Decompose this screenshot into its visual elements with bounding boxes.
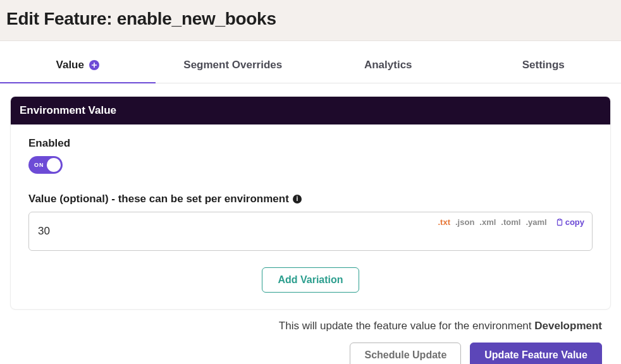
environment-value-card: Environment Value Enabled ON Value (opti… — [10, 96, 611, 310]
copy-label: copy — [565, 217, 584, 227]
enabled-label: Enabled — [28, 137, 593, 150]
tab-value[interactable]: Value — [0, 47, 156, 83]
footer-text-prefix: This will update the feature value for t… — [279, 320, 534, 332]
update-feature-value-button[interactable]: Update Feature Value — [470, 343, 602, 364]
tab-analytics[interactable]: Analytics — [310, 47, 466, 83]
format-toml[interactable]: .toml — [501, 217, 520, 227]
tab-segment-overrides-label: Segment Overrides — [183, 59, 282, 71]
clipboard-icon — [556, 219, 563, 226]
action-row: Schedule Update Update Feature Value — [19, 343, 602, 364]
tab-analytics-label: Analytics — [364, 59, 412, 71]
format-row: .txt .json .xml .toml .yaml copy — [438, 217, 584, 227]
tabs-bar: Value Segment Overrides Analytics Settin… — [0, 47, 621, 83]
card-body: Enabled ON Value (optional) - these can … — [11, 124, 610, 309]
tab-value-badge-icon — [89, 60, 99, 70]
value-input[interactable] — [38, 225, 365, 238]
toggle-knob — [47, 158, 61, 172]
value-label: Value (optional) - these can be set per … — [28, 193, 289, 205]
value-label-row: Value (optional) - these can be set per … — [28, 193, 593, 205]
page-title: Edit Feature: enable_new_books — [6, 9, 615, 29]
info-icon[interactable]: i — [293, 195, 302, 203]
format-yaml[interactable]: .yaml — [526, 217, 546, 227]
format-txt[interactable]: .txt — [438, 217, 450, 227]
tab-value-label: Value — [56, 59, 84, 71]
format-xml[interactable]: .xml — [479, 217, 496, 227]
page-header: Edit Feature: enable_new_books — [0, 0, 621, 41]
format-json[interactable]: .json — [455, 217, 474, 227]
copy-button[interactable]: copy — [556, 217, 584, 227]
footer-text: This will update the feature value for t… — [19, 320, 602, 332]
enabled-toggle[interactable]: ON — [28, 156, 63, 174]
footer: This will update the feature value for t… — [0, 317, 621, 364]
svg-rect-1 — [558, 219, 560, 220]
add-variation-button[interactable]: Add Variation — [262, 267, 359, 293]
toggle-on-text: ON — [34, 162, 44, 168]
tab-settings-label: Settings — [522, 59, 565, 71]
value-input-container: .txt .json .xml .toml .yaml copy — [28, 212, 593, 251]
add-variation-row: Add Variation — [28, 267, 593, 293]
tab-segment-overrides[interactable]: Segment Overrides — [156, 47, 311, 83]
schedule-update-button[interactable]: Schedule Update — [350, 343, 461, 364]
card-header: Environment Value — [11, 97, 610, 124]
tab-settings[interactable]: Settings — [466, 47, 622, 83]
footer-environment: Development — [534, 320, 602, 332]
